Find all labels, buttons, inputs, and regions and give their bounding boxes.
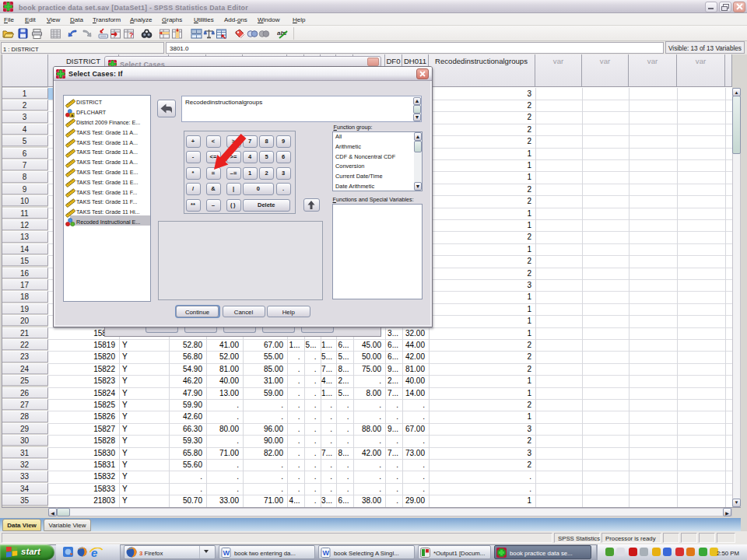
svg-text:?: ? [129,31,134,39]
svg-text:W: W [323,549,330,557]
svg-text:W: W [223,549,230,557]
